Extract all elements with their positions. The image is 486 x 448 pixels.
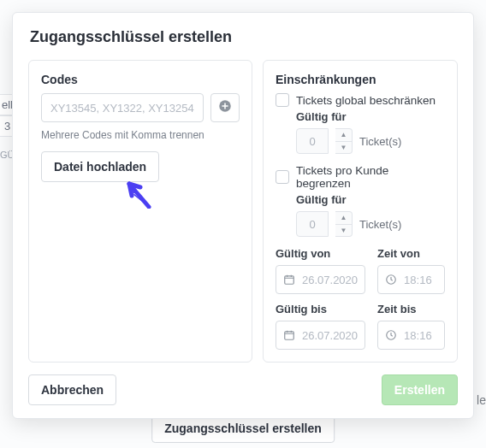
codes-section-title: Codes bbox=[41, 73, 240, 86]
valid-from-input[interactable]: 26.07.2020 bbox=[276, 265, 365, 294]
time-to-value: 18:16 bbox=[404, 329, 432, 342]
time-from-value: 18:16 bbox=[404, 274, 432, 286]
per-customer-unit-label: Ticket(s) bbox=[359, 218, 401, 231]
valid-from-label: Gültig von bbox=[276, 247, 365, 260]
global-valid-for-label: Gültig für bbox=[296, 110, 445, 123]
time-from-label: Zeit von bbox=[377, 247, 445, 260]
upload-file-button[interactable]: Datei hochladen bbox=[41, 151, 159, 182]
valid-from-value: 26.07.2020 bbox=[302, 274, 358, 286]
global-limit-label: Tickets global beschränken bbox=[296, 94, 436, 107]
cancel-button[interactable]: Abbrechen bbox=[28, 374, 116, 405]
clock-icon bbox=[385, 274, 397, 286]
valid-to-label: Gültig bis bbox=[276, 303, 365, 315]
plus-circle-icon bbox=[217, 98, 233, 117]
per-customer-limit-label: Tickets pro Kunde begrenzen bbox=[296, 164, 445, 190]
per-customer-ticket-count-input[interactable] bbox=[296, 211, 329, 237]
valid-to-input[interactable]: 26.07.2020 bbox=[276, 321, 365, 350]
per-customer-stepper[interactable]: ▲▼ bbox=[335, 211, 353, 237]
codes-hint: Mehrere Codes mit Komma trennen bbox=[41, 129, 240, 141]
chevron-down-icon: ▼ bbox=[335, 142, 352, 154]
svg-rect-1 bbox=[285, 276, 294, 284]
modal-title: Zugangsschlüssel erstellen bbox=[13, 13, 473, 60]
time-from-input[interactable]: 18:16 bbox=[377, 265, 445, 294]
chevron-up-icon: ▲ bbox=[335, 129, 352, 142]
chevron-down-icon: ▼ bbox=[335, 225, 352, 237]
restrictions-panel: Einschränkungen Tickets global beschränk… bbox=[263, 60, 458, 363]
add-code-button[interactable] bbox=[210, 93, 240, 122]
chevron-up-icon: ▲ bbox=[335, 212, 352, 225]
calendar-icon bbox=[283, 329, 295, 341]
global-unit-label: Ticket(s) bbox=[359, 135, 401, 148]
codes-input[interactable] bbox=[41, 93, 204, 122]
create-access-key-modal: Zugangsschlüssel erstellen Codes Mehrere… bbox=[12, 12, 474, 419]
per-customer-limit-checkbox[interactable] bbox=[276, 170, 289, 184]
restrictions-section-title: Einschränkungen bbox=[276, 73, 445, 86]
create-button[interactable]: Erstellen bbox=[382, 374, 458, 405]
time-to-input[interactable]: 18:16 bbox=[377, 321, 445, 350]
modal-body: Codes Mehrere Codes mit Komma trennen Da… bbox=[13, 60, 473, 363]
valid-to-value: 26.07.2020 bbox=[302, 329, 358, 342]
modal-footer: Abbrechen Erstellen bbox=[13, 363, 473, 419]
svg-rect-3 bbox=[285, 332, 294, 339]
global-ticket-count-input[interactable] bbox=[296, 128, 329, 154]
global-limit-checkbox[interactable] bbox=[276, 93, 289, 107]
per-customer-valid-for-label: Gültig für bbox=[296, 193, 445, 206]
codes-panel: Codes Mehrere Codes mit Komma trennen Da… bbox=[28, 60, 252, 363]
global-stepper[interactable]: ▲▼ bbox=[335, 128, 353, 154]
bg-fragment: le bbox=[477, 393, 486, 407]
calendar-icon bbox=[283, 274, 295, 286]
clock-icon bbox=[385, 329, 397, 341]
time-to-label: Zeit bis bbox=[377, 303, 445, 315]
